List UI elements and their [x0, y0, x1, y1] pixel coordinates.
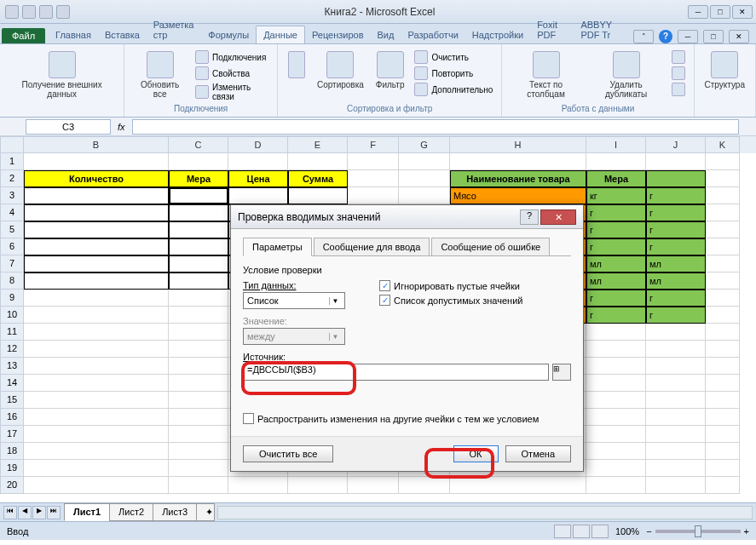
cell-J5[interactable]: г	[646, 221, 706, 238]
cell-I20[interactable]	[586, 477, 646, 494]
cell-H2[interactable]: Наименование товара	[450, 170, 586, 187]
cell-I7[interactable]: мл	[586, 255, 646, 272]
cell-H20[interactable]	[450, 477, 586, 494]
tab-home[interactable]: Главная	[49, 26, 98, 43]
ok-button[interactable]: ОК	[453, 445, 499, 462]
tab-data[interactable]: Данные	[256, 26, 305, 43]
fx-icon[interactable]: fx	[118, 122, 125, 132]
view-page-break-button[interactable]	[592, 525, 609, 538]
clear-filter-button[interactable]: Очистить	[413, 49, 494, 65]
cell-B17[interactable]	[24, 426, 169, 443]
range-selector-button[interactable]: ⊞	[552, 364, 571, 381]
cell-I18[interactable]	[586, 443, 646, 460]
tab-abbyy[interactable]: ABBYY PDF Tr	[574, 16, 633, 43]
cell-C9[interactable]	[169, 290, 228, 307]
cell-J13[interactable]	[646, 358, 706, 375]
cell-J15[interactable]	[646, 392, 706, 409]
in-cell-dropdown-checkbox[interactable]: ✓Список допустимых значений	[379, 295, 571, 306]
cell-I14[interactable]	[586, 375, 646, 392]
cell-B15[interactable]	[24, 392, 169, 409]
cell-C4[interactable]	[169, 204, 228, 221]
cell-E20[interactable]	[288, 477, 348, 494]
reapply-button[interactable]: Повторить	[413, 66, 494, 81]
cell-J7[interactable]: мл	[646, 255, 706, 272]
allow-combobox[interactable]: Список ▼	[243, 292, 345, 309]
row-header-2[interactable]: 2	[0, 170, 24, 187]
cell-H1[interactable]	[450, 153, 586, 170]
close-button[interactable]: ✕	[732, 5, 753, 19]
cell-J2[interactable]	[646, 170, 706, 187]
cell-C8[interactable]	[169, 272, 228, 290]
zoom-in-button[interactable]: +	[744, 526, 749, 536]
dialog-tab-input-message[interactable]: Сообщение для ввода	[314, 238, 430, 256]
cell-D1[interactable]	[228, 153, 288, 170]
cell-K18[interactable]	[706, 443, 740, 460]
cell-D3[interactable]	[228, 187, 288, 204]
cell-C13[interactable]	[169, 358, 228, 375]
cell-B7[interactable]	[24, 255, 169, 272]
row-header-17[interactable]: 17	[0, 426, 24, 443]
cell-G20[interactable]	[399, 477, 450, 494]
cell-B20[interactable]	[24, 477, 169, 494]
col-header-K[interactable]: K	[706, 136, 740, 153]
cell-B2[interactable]: Количество	[24, 170, 169, 187]
filter-button[interactable]: Фильтр	[372, 49, 408, 91]
row-header-14[interactable]: 14	[0, 375, 24, 392]
col-header-C[interactable]: C	[169, 136, 228, 153]
sheet-tab-1[interactable]: Лист2	[109, 503, 153, 521]
tab-page-layout[interactable]: Разметка стр	[147, 16, 201, 43]
sheet-nav-prev[interactable]: ◀	[18, 506, 32, 519]
cell-B1[interactable]	[24, 153, 169, 170]
col-header-D[interactable]: D	[228, 136, 288, 153]
col-header-F[interactable]: F	[348, 136, 399, 153]
cell-I3[interactable]: кг	[586, 187, 646, 204]
cell-J17[interactable]	[646, 426, 706, 443]
cell-B10[interactable]	[24, 307, 169, 324]
cell-K4[interactable]	[706, 204, 740, 221]
cell-D2[interactable]: Цена	[228, 170, 288, 187]
cell-K7[interactable]	[706, 255, 740, 272]
col-header-J[interactable]: J	[646, 136, 706, 153]
sheet-nav-last[interactable]: ⏭	[47, 506, 61, 519]
cell-C18[interactable]	[169, 443, 228, 460]
excel-icon[interactable]	[5, 5, 19, 19]
clear-all-button[interactable]: Очистить все	[243, 445, 333, 462]
zoom-out-button[interactable]: −	[646, 526, 651, 536]
cell-B8[interactable]	[24, 272, 169, 290]
cell-B13[interactable]	[24, 358, 169, 375]
cell-K2[interactable]	[706, 170, 740, 187]
cell-C19[interactable]	[169, 460, 228, 477]
cell-I9[interactable]: г	[586, 290, 646, 307]
whatif-button[interactable]	[670, 82, 687, 97]
cell-I12[interactable]	[586, 341, 646, 358]
row-header-6[interactable]: 6	[0, 238, 24, 255]
dialog-close-button[interactable]: ✕	[540, 209, 576, 225]
cell-I10[interactable]: г	[586, 307, 646, 324]
dialog-tab-settings[interactable]: Параметры	[243, 238, 312, 256]
cell-I16[interactable]	[586, 409, 646, 426]
sheet-nav-first[interactable]: ⏮	[3, 506, 17, 519]
properties-button[interactable]: Свойства	[193, 66, 270, 81]
cell-I4[interactable]: г	[586, 204, 646, 221]
cell-I6[interactable]: г	[586, 238, 646, 255]
workbook-minimize-icon[interactable]: ─	[678, 30, 698, 43]
cell-B9[interactable]	[24, 290, 169, 307]
horizontal-scrollbar[interactable]	[217, 506, 753, 519]
file-tab[interactable]: Файл	[2, 28, 45, 43]
cell-C17[interactable]	[169, 426, 228, 443]
cell-E3[interactable]	[288, 187, 348, 204]
cell-J9[interactable]: г	[646, 290, 706, 307]
minimize-button[interactable]: ─	[688, 5, 708, 19]
cell-J14[interactable]	[646, 375, 706, 392]
cell-C2[interactable]: Мера	[169, 170, 228, 187]
cell-G2[interactable]	[399, 170, 450, 187]
zoom-level[interactable]: 100%	[615, 526, 639, 536]
row-header-15[interactable]: 15	[0, 392, 24, 409]
cell-I5[interactable]: г	[586, 221, 646, 238]
new-sheet-button[interactable]: ✦	[196, 503, 215, 521]
cell-E1[interactable]	[288, 153, 348, 170]
dialog-help-button[interactable]: ?	[520, 209, 539, 225]
cell-J11[interactable]	[646, 324, 706, 341]
help-icon[interactable]: ?	[659, 30, 672, 43]
cell-I1[interactable]	[586, 153, 646, 170]
